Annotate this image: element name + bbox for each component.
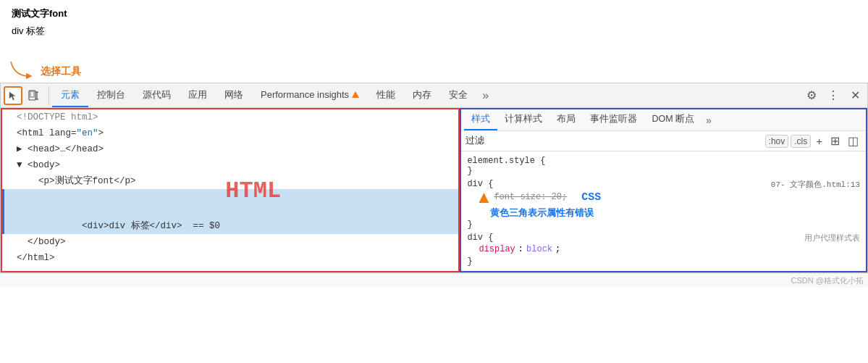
device-tool-button[interactable] xyxy=(24,86,43,105)
tab-console[interactable]: 控制台 xyxy=(88,83,134,107)
watermark: CSDN @格式化小拓 xyxy=(0,273,868,288)
div-font-size-prop: font-size: 20; CSS xyxy=(467,189,770,206)
annotation-label: 选择工具 xyxy=(41,65,81,78)
css-annotation-text: 黄色三角表示属性有错误 xyxy=(479,206,860,220)
warning-triangle-icon xyxy=(479,193,489,203)
css-annotation-line: 黄色三角表示属性有错误 xyxy=(467,206,860,220)
add-filter-button[interactable]: + xyxy=(813,134,825,148)
styles-tab-dom-breakpoints[interactable]: DOM 断点 xyxy=(644,109,701,130)
element-style-selector: element.style { xyxy=(467,156,860,166)
devtools-tabs: 元素 控制台 源代码 应用 网络 Performance insights 性能 xyxy=(52,83,796,107)
html-line-6[interactable]: <div>div 标签</div> == $0 xyxy=(2,189,458,234)
tab-performance[interactable]: 性能 xyxy=(368,83,404,107)
tab-application[interactable]: 应用 xyxy=(180,83,216,107)
toolbar-icons xyxy=(4,86,49,105)
div-display-prop: display : block ; xyxy=(467,243,804,256)
selection-indicator xyxy=(2,189,4,234)
display-prop-name: display xyxy=(479,243,515,256)
html-line-7: </body> xyxy=(2,234,458,250)
tab-network[interactable]: 网络 xyxy=(216,83,252,107)
html-comment: <!DOCTYPE html> xyxy=(17,112,98,122)
page-bold-text: 测试文字font xyxy=(12,7,856,20)
device-icon xyxy=(28,90,39,101)
page-div-tag: div 标签 xyxy=(12,25,856,38)
cursor-icon xyxy=(8,91,18,101)
html-line-3: ▶ <head>…</head> xyxy=(2,141,458,157)
settings-icon: ⚙ xyxy=(806,88,817,102)
style-origin: 07- 文字颜色.html:13 xyxy=(771,179,860,190)
user-agent-label: 用户代理样式表 xyxy=(804,233,860,243)
devtools-toolbar: 元素 控制台 源代码 应用 网络 Performance insights 性能 xyxy=(1,83,867,108)
styles-tabs: 样式 计算样式 布局 事件监听器 DOM 断点 » xyxy=(461,109,866,131)
hov-filter-button[interactable]: :hov xyxy=(765,135,789,148)
toggle-style-button[interactable]: ◫ xyxy=(845,133,861,149)
div-style-selector: div { 07- 文字颜色.html:13 xyxy=(467,179,860,189)
html-line-2: <html lang="en"> xyxy=(2,125,458,141)
tab-performance-insights[interactable]: Performance insights xyxy=(252,83,368,107)
html-line-1: <!DOCTYPE html> xyxy=(2,109,458,125)
html-line-4: ▼ <body> xyxy=(2,157,458,173)
display-prop-value: block xyxy=(526,243,552,256)
div-style-close: } xyxy=(467,220,860,230)
close-button[interactable]: ✕ xyxy=(846,86,864,105)
copy-style-button[interactable]: ⊞ xyxy=(827,133,843,149)
cursor-tool-button[interactable] xyxy=(4,86,22,105)
svg-rect-0 xyxy=(29,91,35,100)
annotation-area: 选择工具 xyxy=(0,58,868,80)
styles-tab-computed[interactable]: 计算样式 xyxy=(497,109,549,130)
styles-more-tabs-button[interactable]: » xyxy=(701,114,716,126)
display-colon: : xyxy=(518,243,523,256)
styles-tab-event-listeners[interactable]: 事件监听器 xyxy=(583,109,644,130)
div-ua-style-rule: div { 用户代理样式表 display : block ; } xyxy=(461,231,866,268)
styles-panel: 样式 计算样式 布局 事件监听器 DOM 断点 » 过滤 xyxy=(460,108,867,272)
performance-badge-icon xyxy=(352,91,359,98)
tab-elements[interactable]: 元素 xyxy=(52,83,88,107)
element-style-rule: element.style { } xyxy=(461,154,866,178)
filter-label: 过滤 xyxy=(465,135,484,147)
settings-button[interactable]: ⚙ xyxy=(802,86,821,105)
styles-tab-layout[interactable]: 布局 xyxy=(549,109,583,130)
tab-memory[interactable]: 内存 xyxy=(404,83,440,107)
tab-security[interactable]: 安全 xyxy=(440,83,476,107)
cls-filter-button[interactable]: .cls xyxy=(791,135,811,148)
styles-content: element.style { } div { 07- 文字颜色.html:13… xyxy=(461,151,866,271)
display-semi: ; xyxy=(555,243,560,256)
close-icon: ✕ xyxy=(851,88,860,102)
html-line-5: <p>测试文字font</p> xyxy=(2,173,458,189)
more-options-button[interactable]: ⋮ xyxy=(824,86,843,105)
tab-sources[interactable]: 源代码 xyxy=(134,83,180,107)
html-panel: <!DOCTYPE html> <html lang="en"> ▶ <head… xyxy=(1,108,460,272)
arrow-icon xyxy=(7,58,36,80)
devtools-panels: <!DOCTYPE html> <html lang="en"> ▶ <head… xyxy=(1,108,867,272)
font-size-prop: font-size: 20; xyxy=(494,191,567,204)
page-content: 测试文字font div 标签 xyxy=(0,0,868,58)
more-icon: ⋮ xyxy=(827,88,839,102)
styles-filter-bar: 过滤 :hov .cls + ⊞ ◫ xyxy=(461,131,866,151)
devtools-panel: 元素 控制台 源代码 应用 网络 Performance insights 性能 xyxy=(0,83,868,273)
filter-buttons: :hov .cls + ⊞ ◫ xyxy=(765,133,861,149)
div-ua-selector: div { 用户代理样式表 xyxy=(467,233,860,243)
div-ua-style-close: } xyxy=(467,256,860,267)
styles-tab-style[interactable]: 样式 xyxy=(464,109,497,130)
svg-rect-1 xyxy=(30,91,34,97)
more-tabs-button[interactable]: » xyxy=(476,83,494,107)
div-style-rule: div { 07- 文字颜色.html:13 font-size: 20; CS… xyxy=(461,178,866,231)
element-style-close: } xyxy=(467,166,860,176)
html-line-8: </html> xyxy=(2,250,458,266)
css-label: CSS xyxy=(581,189,601,206)
toolbar-right: ⚙ ⋮ ✕ xyxy=(796,86,864,105)
